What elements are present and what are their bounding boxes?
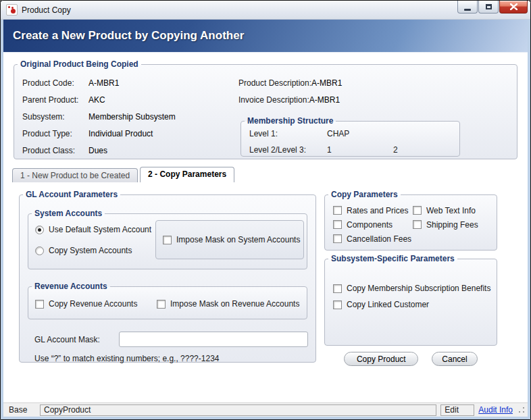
titlebar[interactable]: Product Copy: [1, 1, 530, 20]
checkbox-impose-mask-on-revenue-accounts[interactable]: Impose Mask on Revenue Accounts: [157, 299, 299, 309]
gl-mask-hint-text: Use “?” to match existing numbers; e.g.,…: [34, 354, 219, 363]
subsystem-specific-parameters-group: Subsystem-Specific Parameters Copy Membe…: [324, 254, 497, 346]
minimize-button[interactable]: [457, 1, 478, 14]
checkbox-icon: [413, 206, 422, 215]
status-mode-field: Edit: [440, 404, 474, 416]
impose-mask-system-box: Impose Mask on System Accounts: [155, 220, 304, 259]
radio-unselected-icon: [35, 246, 44, 255]
checkbox-icon: [333, 220, 342, 229]
copy-parameters-group: Copy Parameters Rates and Prices Web Tex…: [324, 190, 497, 251]
checkbox-copy-linked-customer[interactable]: Copy Linked Customer: [333, 300, 429, 309]
copy-parameters-title: Copy Parameters: [328, 190, 401, 199]
revenue-accounts-group: Revenue Accounts Copy Revenue Accounts I…: [28, 282, 307, 319]
status-base-label: Base: [9, 405, 36, 415]
window-controls: [457, 1, 528, 19]
resize-grip[interactable]: [518, 406, 525, 413]
minimize-icon: [464, 9, 471, 11]
checkbox-icon: [163, 236, 172, 244]
field-level1: Level 1: CHAP: [241, 126, 459, 142]
radio-use-default-system-account[interactable]: Use Default System Account: [35, 225, 151, 234]
checkbox-icon: [157, 300, 166, 309]
field-subsystem: Subsystem:Membership Subsystem: [22, 108, 225, 125]
checkbox-cancellation-fees[interactable]: Cancellation Fees: [333, 232, 411, 246]
page-title: Create a New Product by Copying Another: [3, 20, 528, 53]
checkbox-impose-mask-on-system-accounts[interactable]: Impose Mask on System Accounts: [163, 235, 300, 244]
window-body: Create a New Product by Copying Another …: [1, 20, 530, 419]
status-screen-field: CopyProduct: [40, 404, 436, 416]
checkbox-icon: [333, 300, 342, 309]
field-level2-level3: Level 2/Level 3: 1 2: [241, 142, 459, 158]
gl-account-parameters-title: GL Account Parameters: [23, 190, 120, 199]
checkbox-copy-membership-subscription-benefits[interactable]: Copy Membership Subscription Benefits: [333, 284, 490, 293]
membership-structure-title: Membership Structure: [245, 116, 336, 126]
audit-info-link[interactable]: Audit Info: [478, 405, 513, 415]
gl-account-parameters-group: GL Account Parameters System Accounts Us…: [19, 190, 316, 363]
copy-product-button[interactable]: Copy Product: [344, 352, 418, 366]
radio-selected-icon: [35, 226, 44, 234]
original-product-left-column: Product Code:A-MBR1 Parent Product:AKC S…: [22, 74, 225, 159]
checkbox-web-text-info[interactable]: Web Text Info: [413, 203, 476, 217]
app-logo-icon: [6, 4, 18, 16]
action-buttons: Copy Product Cancel: [324, 352, 497, 366]
cancel-button[interactable]: Cancel: [432, 352, 477, 366]
membership-structure-group: Membership Structure Level 1: CHAP Level…: [241, 116, 460, 157]
system-accounts-group: System Accounts Use Default System Accou…: [28, 209, 307, 269]
close-button[interactable]: [499, 1, 528, 14]
field-product-code: Product Code:A-MBR1: [22, 74, 225, 91]
system-accounts-title: System Accounts: [32, 209, 105, 218]
checkbox-rates-and-prices[interactable]: Rates and Prices: [333, 203, 413, 217]
copy-parameters-checkbox-grid: Rates and Prices Web Text Info Component…: [333, 203, 490, 246]
original-product-group: Original Product Being Copied Product Co…: [14, 59, 517, 159]
tab-strip: 1 - New Product to be Created 2 - Copy P…: [12, 167, 236, 182]
tab-copy-parameters[interactable]: 2 - Copy Parameters: [140, 167, 234, 182]
maximize-icon: [486, 4, 492, 9]
tab-new-product-to-be-created[interactable]: 1 - New Product to be Created: [12, 168, 138, 182]
field-product-type: Product Type:Individual Product: [22, 125, 225, 142]
checkbox-icon: [333, 206, 342, 215]
gl-account-mask-label: GL Account Mask:: [34, 335, 119, 344]
checkbox-copy-revenue-accounts[interactable]: Copy Revenue Accounts: [35, 299, 137, 309]
status-bar: Base CopyProduct Edit Audit Info: [3, 402, 528, 417]
revenue-accounts-title: Revenue Accounts: [32, 282, 110, 291]
field-parent-product: Parent Product:AKC: [22, 91, 225, 108]
checkbox-icon: [333, 284, 342, 293]
field-product-class: Product Class:Dues: [22, 142, 225, 159]
gl-account-mask-row: GL Account Mask:: [34, 332, 308, 347]
close-icon: [510, 3, 517, 10]
product-copy-window: Product Copy Create a New Product by Cop…: [0, 0, 531, 420]
checkbox-icon: [333, 234, 342, 243]
field-invoice-description: Invoice Description:A-MBR1: [238, 91, 509, 108]
gl-account-mask-input[interactable]: [119, 332, 308, 347]
original-product-group-title: Original Product Being Copied: [18, 59, 141, 69]
original-product-right-column: Product Description:A-MBR1 Invoice Descr…: [238, 74, 509, 108]
window-title: Product Copy: [22, 5, 71, 15]
checkbox-icon: [35, 300, 44, 309]
field-product-description: Product Description:A-MBR1: [238, 74, 509, 91]
main-content: Original Product Being Copied Product Co…: [3, 53, 528, 402]
maximize-button[interactable]: [478, 1, 499, 14]
checkbox-shipping-fees[interactable]: Shipping Fees: [413, 217, 478, 232]
checkbox-components[interactable]: Components: [333, 217, 413, 232]
subsystem-specific-parameters-title: Subsystem-Specific Parameters: [328, 254, 457, 263]
checkbox-icon: [413, 220, 422, 229]
radio-copy-system-accounts[interactable]: Copy System Accounts: [35, 246, 132, 255]
